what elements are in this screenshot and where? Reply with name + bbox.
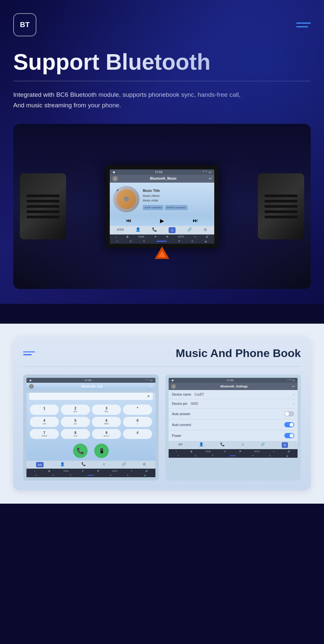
link-icon[interactable]: 🔗 (187, 227, 192, 233)
settings-user-icon[interactable]: 👤 (199, 442, 204, 448)
lower-section: Music And Phone Book ◀ 17:53 ⌃⌃ ▭ ⌂ Blue… (0, 324, 324, 504)
settings-sys-home[interactable]: ⌂ (176, 450, 178, 452)
call-user-icon[interactable]: 👤 (60, 462, 65, 467)
lower-section-title: Music And Phone Book (176, 347, 301, 360)
call-home-icon[interactable]: ⌂ (29, 384, 34, 389)
sys-power[interactable]: ⏻ (126, 235, 129, 238)
call-phone-icon[interactable]: 📞 (81, 462, 86, 467)
page-title: Support Bluetooth (13, 50, 311, 74)
settings-time: 17:53 (227, 379, 233, 382)
settings-sys-fan[interactable]: ⇝ (273, 450, 274, 452)
settings-sys-power[interactable]: ⏻ (190, 450, 192, 452)
call-link-icon[interactable]: 🔗 (122, 462, 126, 467)
bt-logo-icon: BT (13, 13, 36, 36)
settings-sys-auto: AUTO (254, 450, 260, 452)
call-settings-icon[interactable]: ⊙ (143, 462, 146, 467)
dial-1[interactable]: 1— (30, 405, 59, 415)
call-return-icon[interactable]: ↩ (150, 385, 153, 388)
call-sys-fan[interactable]: ⇝ (131, 470, 132, 472)
settings-return-icon[interactable]: ↩ (292, 385, 295, 388)
settings-icon[interactable]: ⊙ (204, 227, 207, 233)
call-sys-vol[interactable]: 🔊 (145, 470, 148, 472)
dial-2[interactable]: 2ABC (61, 405, 90, 415)
call-menu-icon[interactable]: ≡≡ (36, 462, 44, 467)
user-icon[interactable]: 👤 (136, 227, 141, 233)
sys-fan[interactable]: ⇝ (194, 235, 196, 238)
screen-music-area: 🎵 Music Title Music Album Music Artist A… (110, 183, 214, 216)
lower-hamburger-icon[interactable] (23, 351, 35, 355)
call-search-bar: ✕ (29, 393, 153, 400)
sys-zero-l: 0 (130, 240, 131, 242)
auto-answer-toggle[interactable] (284, 411, 294, 416)
settings-back-icon: ◀ (171, 379, 173, 382)
dial-9[interactable]: 9WXYZ (92, 429, 121, 439)
auto-connect-toggle[interactable] (284, 422, 294, 427)
sys-auto: AUTO (178, 235, 184, 238)
settings-sysbar-2: ↩ 0 ↸ P 0 🔉 (169, 453, 298, 458)
call-action-buttons: 📞 📱 (26, 441, 155, 461)
menu-icon[interactable]: ≡≡≡ (117, 227, 124, 233)
auto-answer-row: Auto answer (169, 409, 298, 419)
sys-voldown[interactable]: 🔉 (205, 240, 208, 243)
settings-home-icon[interactable]: ⌂ (171, 384, 176, 389)
device-pin-label: Device pin (172, 402, 187, 406)
call-green-button[interactable]: 📞 (73, 444, 88, 458)
call-search-close[interactable]: ✕ (147, 394, 150, 399)
call-music-icon[interactable]: ♫ (102, 462, 105, 467)
next-button[interactable]: ⏭ (193, 218, 198, 224)
screen-nav-title: Bluetooth_Music (120, 177, 207, 180)
dial-8[interactable]: 8TUV (61, 429, 90, 439)
dial-4[interactable]: 4GHI (30, 417, 59, 427)
call-sys-home[interactable]: ⌂ (34, 470, 35, 472)
device-name-value: CarBT (194, 393, 204, 396)
call-sys-slider[interactable] (87, 475, 94, 476)
power-toggle[interactable] (284, 433, 294, 438)
sys-mic[interactable]: ↸ (143, 240, 145, 243)
nav-back-icon[interactable]: ↩ (209, 177, 212, 180)
dial-5[interactable]: 5JKL (61, 417, 90, 427)
call-status-icons: ⌃⌃ ▭ (145, 379, 153, 382)
phone-icon[interactable]: 📞 (152, 227, 157, 233)
device-pin-row[interactable]: Device pin 0000 › (169, 399, 298, 409)
settings-sys-slider[interactable] (229, 455, 236, 456)
sys-slider[interactable] (157, 241, 167, 242)
dial-star[interactable]: * (123, 405, 152, 415)
call-sys-snow[interactable]: ❄ (82, 470, 84, 472)
call-sysbar-2: ↩ 0 ↸ P 0 🔉 (26, 473, 155, 477)
sys-back[interactable]: ↩ (116, 240, 118, 243)
auto-connect-row: Auto connect (169, 419, 298, 430)
a2dp-badge: A2DP connected (143, 205, 163, 210)
car-screen-area: ◀ 17:53 ⌃⌃ ▭ ⌂ Bluetooth_Music ↩ (13, 124, 311, 289)
settings-settings-icon[interactable]: ⊙ (282, 442, 288, 448)
dial-3[interactable]: 3DEF (92, 405, 121, 415)
top-bar: BT (13, 13, 311, 36)
dial-hash[interactable]: # (123, 429, 152, 439)
device-name-label: Device name (172, 393, 191, 396)
warning-triangle-icon (154, 244, 170, 261)
play-button[interactable]: ▶ (160, 218, 164, 224)
prev-button[interactable]: ⏮ (126, 218, 131, 224)
screen-display: ◀ 17:53 ⌃⌃ ▭ ⌂ Bluetooth_Music ↩ (110, 169, 214, 244)
dial-7[interactable]: 7PQRS (30, 429, 59, 439)
settings-link-icon[interactable]: 🔗 (261, 442, 265, 448)
sys-vol[interactable]: 🔊 (206, 235, 209, 238)
sys-snow[interactable]: ❄ (154, 235, 156, 238)
dial-0[interactable]: 0+ (123, 417, 152, 427)
header-section: BT Support Bluetooth Integrated with BC6… (0, 0, 324, 304)
sys-dual: DUAL (139, 235, 145, 238)
call-red-button[interactable]: 📱 (94, 444, 109, 458)
settings-phone-icon[interactable]: 📞 (220, 442, 225, 448)
dial-6[interactable]: 6MNO (92, 417, 121, 427)
settings-sys-snow[interactable]: ❄ (224, 450, 226, 452)
sys-home[interactable]: ⌂ (115, 235, 117, 238)
device-name-row[interactable]: Device name CarBT › (169, 390, 298, 399)
settings-sysbar: ⌂ ⏻ DUAL ❄ ⇄ AUTO ⇝ 🔊 (169, 449, 298, 453)
settings-menu-icon[interactable]: ≡≡ (178, 442, 182, 448)
nav-home-icon[interactable]: ⌂ (112, 176, 118, 181)
music-icon-active[interactable]: ♫ (169, 227, 176, 233)
settings-sys-vol[interactable]: 🔊 (288, 450, 290, 452)
call-sys-power[interactable]: ⏻ (48, 470, 50, 472)
power-row: Power (169, 430, 298, 441)
settings-music-icon[interactable]: ♫ (241, 442, 244, 448)
hamburger-menu-button[interactable] (296, 22, 311, 27)
